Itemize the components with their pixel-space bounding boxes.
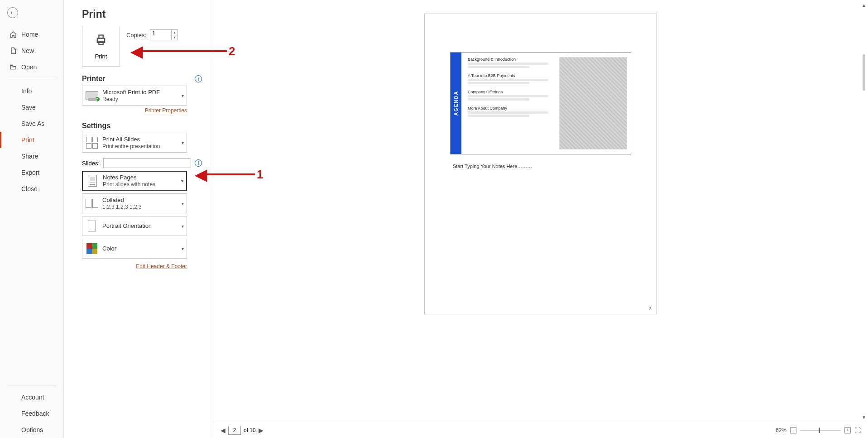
sidebar-item-label: Close xyxy=(21,185,38,193)
agenda-bar: AGENDA xyxy=(451,53,461,154)
printer-icon xyxy=(95,34,107,49)
chevron-down-icon: ▾ xyxy=(182,93,184,98)
chevron-down-icon: ▾ xyxy=(181,178,183,183)
print-layout-primary: Notes Pages xyxy=(103,174,155,181)
preview-slide: AGENDA Background & Introduction A Tour … xyxy=(450,52,631,154)
preview-page: AGENDA Background & Introduction A Tour … xyxy=(424,14,657,314)
sidebar-item-label: Info xyxy=(21,87,32,95)
copies-label: Copies: xyxy=(126,32,146,39)
copies-step-down[interactable]: ▼ xyxy=(171,35,177,40)
sidebar-item-saveas[interactable]: Save As xyxy=(0,116,63,132)
sidebar-item-label: Save xyxy=(21,104,36,111)
sidebar-item-feedback[interactable]: Feedback xyxy=(0,405,63,422)
fit-to-window-button[interactable]: ⛶ xyxy=(854,427,861,434)
agenda-item: Background & Introduction xyxy=(468,57,556,68)
preview-footer: ◀ of 10 ▶ 62% − + ⛶ xyxy=(213,422,868,438)
printer-status: Ready xyxy=(102,96,160,102)
sidebar-item-info[interactable]: Info xyxy=(0,83,63,99)
sidebar-item-export[interactable]: Export xyxy=(0,164,63,181)
sidebar-item-label: Print xyxy=(21,136,34,144)
zoom-out-button[interactable]: − xyxy=(790,427,796,433)
svg-rect-1 xyxy=(99,35,103,39)
sidebar-item-label: Save As xyxy=(21,120,44,127)
collate-select[interactable]: Collated 1,2,3 1,2,3 1,2,3 ▾ xyxy=(82,193,187,213)
print-main: Print Print Copies: ▲ ▼ xyxy=(64,0,868,438)
file-icon xyxy=(9,47,18,54)
sidebar-item-label: Feedback xyxy=(21,410,49,417)
printer-properties-link[interactable]: Printer Properties xyxy=(82,107,187,114)
agenda-item: More About Company xyxy=(468,106,556,117)
back-arrow-icon: ← xyxy=(10,10,16,16)
copies-stepper[interactable]: ▲ ▼ xyxy=(150,29,178,40)
page-next-button[interactable]: ▶ xyxy=(259,427,264,434)
color-primary: Color xyxy=(102,245,116,252)
sidebar-item-label: Home xyxy=(21,31,38,38)
print-button[interactable]: Print xyxy=(82,27,120,67)
chevron-down-icon: ▾ xyxy=(182,224,184,229)
page-title: Print xyxy=(82,8,202,20)
agenda-item: A Tour into B2B Payments xyxy=(468,73,556,84)
home-icon xyxy=(9,31,18,38)
sidebar-item-label: Account xyxy=(21,394,44,401)
edit-header-footer-link[interactable]: Edit Header & Footer xyxy=(82,263,187,270)
print-range-secondary: Print entire presentation xyxy=(102,143,160,149)
agenda-item: Company Offerings xyxy=(468,90,556,101)
zoom-in-button[interactable]: + xyxy=(844,427,851,433)
orientation-select[interactable]: Portrait Orientation ▾ xyxy=(82,216,187,236)
sidebar-item-save[interactable]: Save xyxy=(0,99,63,116)
slides-info-icon[interactable]: i xyxy=(195,159,202,167)
print-options-panel: Print Print Copies: ▲ ▼ xyxy=(64,0,213,438)
sidebar-item-label: New xyxy=(21,47,34,54)
color-select[interactable]: Color ▾ xyxy=(82,239,187,259)
chevron-down-icon: ▾ xyxy=(182,140,184,145)
printer-select[interactable]: ✓ Microsoft Print to PDF Ready ▾ xyxy=(82,86,187,106)
collate-secondary: 1,2,3 1,2,3 1,2,3 xyxy=(102,204,142,210)
sidebar-item-options[interactable]: Options xyxy=(0,422,63,438)
print-range-select[interactable]: Print All Slides Print entire presentati… xyxy=(82,133,187,153)
folder-open-icon xyxy=(9,63,18,71)
notes-page-icon xyxy=(86,173,99,188)
preview-canvas[interactable]: AGENDA Background & Introduction A Tour … xyxy=(213,0,868,422)
printer-section-title: Printer xyxy=(82,75,106,83)
printer-name: Microsoft Print to PDF xyxy=(102,89,160,96)
print-range-primary: Print All Slides xyxy=(102,136,160,143)
backstage-sidebar: ← Home New Open Info xyxy=(0,0,64,438)
preview-scrollbar-thumb[interactable] xyxy=(863,54,865,91)
page-current-input[interactable] xyxy=(228,426,241,435)
sidebar-item-new[interactable]: New xyxy=(0,43,63,59)
printer-info-icon[interactable]: i xyxy=(195,75,202,82)
zoom-slider-thumb[interactable] xyxy=(819,428,820,433)
slides-label: Slides: xyxy=(82,160,100,167)
collated-icon xyxy=(85,196,99,211)
print-button-label: Print xyxy=(95,53,107,60)
chevron-down-icon: ▾ xyxy=(182,201,184,206)
copies-step-up[interactable]: ▲ xyxy=(171,30,177,35)
slides-grid-icon xyxy=(85,135,99,150)
slides-input[interactable] xyxy=(103,158,191,168)
notes-placeholder: Start Typing Your Notes Here……… xyxy=(453,164,532,169)
preview-page-number: 2 xyxy=(648,306,651,311)
print-layout-select[interactable]: Notes Pages Print slides with notes ▾ xyxy=(82,171,187,191)
page-prev-button[interactable]: ◀ xyxy=(221,427,225,434)
print-layout-secondary: Print slides with notes xyxy=(103,181,155,188)
sidebar-item-home[interactable]: Home xyxy=(0,26,63,43)
back-button[interactable]: ← xyxy=(7,7,63,18)
zoom-slider[interactable] xyxy=(800,430,841,431)
sidebar-item-label: Open xyxy=(21,63,37,71)
sidebar-item-close[interactable]: Close xyxy=(0,181,63,197)
printer-ready-icon: ✓ xyxy=(85,88,99,103)
sidebar-item-open[interactable]: Open xyxy=(0,59,63,75)
copies-input[interactable] xyxy=(152,30,169,37)
settings-section-title: Settings xyxy=(82,122,110,130)
preview-scroll-up[interactable]: ▲ xyxy=(862,3,866,8)
sidebar-item-share[interactable]: Share xyxy=(0,148,63,164)
sidebar-item-label: Options xyxy=(21,426,43,433)
chevron-down-icon: ▾ xyxy=(182,246,184,251)
sidebar-item-print[interactable]: Print xyxy=(0,132,63,148)
preview-scroll-down[interactable]: ▼ xyxy=(862,415,866,420)
orientation-primary: Portrait Orientation xyxy=(102,222,152,230)
page-total-label: of 10 xyxy=(244,427,256,433)
sidebar-item-account[interactable]: Account xyxy=(0,389,63,405)
sidebar-item-label: Export xyxy=(21,169,39,176)
portrait-icon xyxy=(85,219,99,233)
